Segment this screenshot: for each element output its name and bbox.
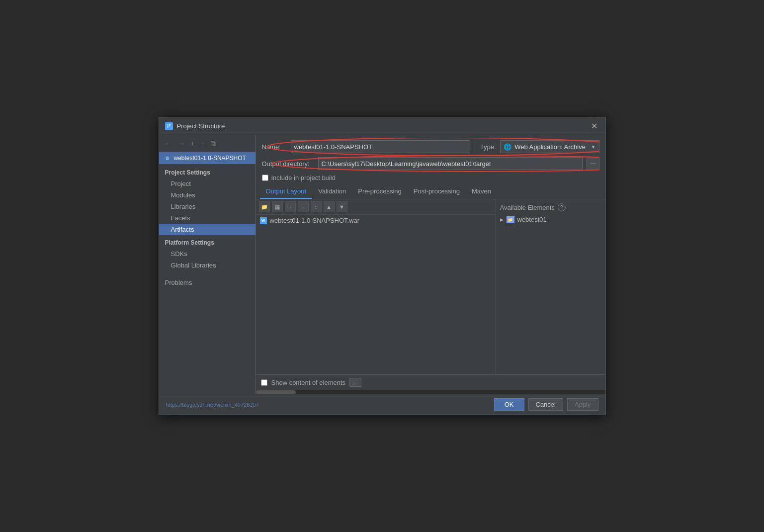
tab-post-processing[interactable]: Post-processing <box>408 184 466 199</box>
type-select[interactable]: 🌐 Web Application: Archive ▼ <box>500 140 599 153</box>
sidebar-project-label: Project <box>171 180 191 187</box>
move-down-button[interactable]: ▼ <box>337 201 347 212</box>
tabs-bar: Output Layout Validation Pre-processing … <box>256 184 605 199</box>
move-up-button[interactable]: ▲ <box>324 201 335 212</box>
dialog-footer: https://blog.csdn.net/weixin_40726207 OK… <box>159 394 605 415</box>
apply-button[interactable]: Apply <box>567 398 598 411</box>
output-tree-toolbar: 📁 ▦ + − ↕ ▲ ▼ <box>256 199 496 215</box>
remove-element-button[interactable]: − <box>298 201 309 212</box>
sidebar-problems-label: Problems <box>165 279 192 286</box>
available-elements-panel: Available Elements ? ▶ 📁 webtest01 <box>496 199 605 374</box>
available-item-label: webtest01 <box>517 216 547 223</box>
content-area: ← → + − ⧉ ⚙ webtest01-1.0-SNAPSHOT Proje… <box>159 135 605 394</box>
platform-settings-label: Platform Settings <box>159 235 255 248</box>
name-input[interactable] <box>291 140 470 153</box>
tab-maven[interactable]: Maven <box>466 184 497 199</box>
sidebar-item-libraries[interactable]: Libraries <box>159 201 255 212</box>
output-layout-area: 📁 ▦ + − ↕ ▲ ▼ W webtest01-1.0-SNAPSHOT.w… <box>256 199 605 374</box>
name-type-row: Name: Type: 🌐 Web Application: Archive ▼ <box>262 140 599 153</box>
tab-validation[interactable]: Validation <box>312 184 352 199</box>
copy-artifact-button[interactable]: ⧉ <box>209 138 218 149</box>
sidebar-item-problems[interactable]: Problems <box>159 277 255 288</box>
cancel-button[interactable]: Cancel <box>528 398 563 411</box>
type-value: Web Application: Archive <box>514 143 586 151</box>
include-row: Include in project build <box>262 174 599 181</box>
output-tree-panel: 📁 ▦ + − ↕ ▲ ▼ W webtest01-1.0-SNAPSHOT.w… <box>256 199 496 374</box>
sidebar-item-facets[interactable]: Facets <box>159 212 255 224</box>
type-label: Type: <box>480 143 496 151</box>
show-content-checkbox[interactable] <box>261 379 267 386</box>
sidebar-modules-label: Modules <box>171 191 195 199</box>
output-dir-input[interactable] <box>318 157 583 170</box>
include-in-build-label[interactable]: Include in project build <box>271 174 336 181</box>
add-element-button[interactable]: + <box>285 201 296 212</box>
horizontal-scrollbar[interactable] <box>256 390 605 394</box>
help-icon[interactable]: ? <box>558 203 566 211</box>
sidebar-item-artifacts[interactable]: Artifacts <box>159 224 255 235</box>
layout-view-button[interactable]: ▦ <box>272 201 283 212</box>
war-item-label: webtest01-1.0-SNAPSHOT.war <box>270 217 360 224</box>
available-tree-item-webtest01[interactable]: ▶ 📁 webtest01 <box>498 214 603 225</box>
artifact-tree-label: webtest01-1.0-SNAPSHOT <box>174 155 246 162</box>
remove-artifact-button[interactable]: − <box>199 139 207 149</box>
expand-icon: ▶ <box>500 217 504 222</box>
sidebar-global-libraries-label: Global Libraries <box>171 262 216 269</box>
sidebar-sdks-label: SDKs <box>171 250 187 258</box>
type-icon: 🌐 <box>504 143 511 151</box>
tab-output-layout[interactable]: Output Layout <box>260 184 313 199</box>
add-artifact-button[interactable]: + <box>189 139 197 149</box>
sidebar-tree: Project Settings Project Modules Librari… <box>159 164 255 290</box>
sidebar-facets-label: Facets <box>171 214 190 222</box>
bottom-bar: Show content of elements ... <box>256 374 605 390</box>
module-folder-icon: 📁 <box>507 216 514 223</box>
sidebar-item-global-libraries[interactable]: Global Libraries <box>159 260 255 271</box>
sidebar-item-modules[interactable]: Modules <box>159 189 255 201</box>
selected-artifact-item[interactable]: ⚙ webtest01-1.0-SNAPSHOT <box>159 152 255 164</box>
sidebar-libraries-label: Libraries <box>171 203 196 210</box>
main-panel: Name: Type: 🌐 Web Application: Archive ▼ <box>256 135 605 394</box>
available-elements-label: Available Elements <box>500 204 555 211</box>
artifact-icon: ⚙ <box>163 154 172 162</box>
dots-button[interactable]: ... <box>349 378 361 387</box>
footer-url: https://blog.csdn.net/weixin_40726207 <box>166 402 259 408</box>
name-label: Name: <box>262 143 287 151</box>
war-tree-item[interactable]: W webtest01-1.0-SNAPSHOT.war <box>256 215 496 226</box>
scrollbar-thumb[interactable] <box>256 390 296 394</box>
back-nav-button[interactable]: ← <box>163 139 174 149</box>
sort-button[interactable]: ↕ <box>311 201 322 212</box>
close-button[interactable]: ✕ <box>589 121 599 131</box>
sidebar-artifacts-label: Artifacts <box>171 226 194 233</box>
output-dir-row: Output directory: ⋯ <box>262 157 599 170</box>
title-bar: P Project Structure ✕ <box>159 117 605 135</box>
chevron-down-icon: ▼ <box>591 144 596 150</box>
tab-pre-processing[interactable]: Pre-processing <box>352 184 407 199</box>
project-structure-dialog: P Project Structure ✕ ← → + − ⧉ ⚙ webtes… <box>159 117 606 415</box>
output-dir-label: Output directory: <box>262 160 314 168</box>
title-bar-left: P Project Structure <box>165 122 225 130</box>
form-area: Name: Type: 🌐 Web Application: Archive ▼ <box>256 135 605 184</box>
folder-layout-button[interactable]: 📁 <box>259 201 270 212</box>
forward-nav-button[interactable]: → <box>176 139 187 149</box>
dialog-title: Project Structure <box>177 122 225 130</box>
show-content-label[interactable]: Show content of elements <box>271 379 346 386</box>
available-elements-header: Available Elements ? <box>498 201 603 214</box>
browse-button[interactable]: ⋯ <box>587 157 599 170</box>
include-in-build-checkbox[interactable] <box>262 175 268 181</box>
project-settings-label: Project Settings <box>159 166 255 178</box>
ok-button[interactable]: OK <box>494 398 524 411</box>
sidebar-item-sdks[interactable]: SDKs <box>159 248 255 260</box>
sidebar-nav-bar: ← → + − ⧉ <box>159 135 255 152</box>
war-icon: W <box>260 217 267 224</box>
sidebar: ← → + − ⧉ ⚙ webtest01-1.0-SNAPSHOT Proje… <box>159 135 256 394</box>
sidebar-item-project[interactable]: Project <box>159 178 255 189</box>
app-icon: P <box>165 122 173 130</box>
